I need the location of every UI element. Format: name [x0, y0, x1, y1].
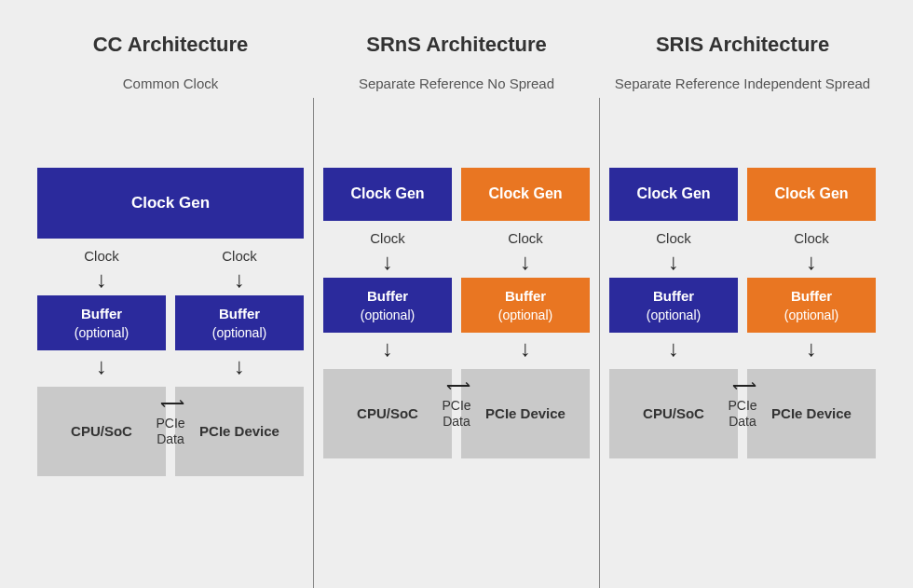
cpu-soc-box: CPU/SoC: [609, 369, 738, 458]
clock-path-row: Clock ↓ Buffer (optional) ↓ Clock ↓ Buff…: [37, 239, 304, 383]
buffer-label: Buffer: [791, 288, 832, 304]
bidirectional-arrow-icon: ↽⇀: [160, 394, 181, 415]
bidirectional-arrow-icon: ↽⇀: [732, 376, 753, 397]
path-left: Clock ↓ Buffer (optional) ↓: [37, 239, 166, 383]
arrow-down-icon: ↓: [96, 267, 107, 292]
arrow-down-icon: ↓: [806, 336, 817, 361]
col-title: CC Architecture: [93, 19, 249, 71]
arrow-down-icon: ↓: [382, 336, 393, 361]
col-subtitle: Separate Reference No Spread: [359, 75, 554, 112]
optional-label: (optional): [75, 325, 129, 340]
buffer-label: Buffer: [81, 306, 122, 321]
arrow-down-icon: ↓: [668, 250, 679, 274]
arrow-down-icon: ↓: [520, 336, 531, 361]
clock-gen-row: Clock Gen: [37, 168, 304, 239]
column-sris: SRIS Architecture Separate Reference Ind…: [600, 19, 885, 569]
clock-gen-box-right: Clock Gen: [461, 168, 590, 221]
arrow-down-icon: ↓: [234, 354, 245, 378]
col-subtitle: Common Clock: [123, 75, 219, 112]
buffer-box: Buffer (optional): [37, 295, 166, 350]
clock-label: Clock: [794, 230, 829, 246]
endpoint-row: CPU/SoC ↽⇀ PCIe Data PCIe Device: [609, 369, 876, 458]
arrow-down-icon: ↓: [668, 336, 679, 361]
clock-label: Clock: [222, 248, 257, 264]
pcie-data-part2: Data: [157, 431, 184, 447]
pcie-device-box: PCIe Device: [461, 369, 590, 458]
pcie-device-box: PCIe Device: [175, 387, 304, 476]
clock-gen-box-right: Clock Gen: [747, 168, 876, 221]
clock-gen-box-left: Clock Gen: [323, 168, 452, 221]
clock-label: Clock: [370, 230, 405, 246]
path-left: Clock ↓ Buffer (optional) ↓: [609, 221, 738, 365]
buffer-box: Buffer (optional): [323, 278, 452, 333]
diagram-container: CC Architecture Common Clock Clock Gen C…: [0, 0, 913, 588]
path-right: Clock ↓ Buffer (optional) ↓: [461, 221, 590, 365]
pcie-connection: ↽⇀ PCIe Data: [442, 376, 470, 430]
arrow-down-icon: ↓: [96, 354, 107, 378]
clock-label: Clock: [84, 248, 119, 264]
buffer-label: Buffer: [653, 288, 694, 304]
buffer-label: Buffer: [219, 306, 260, 321]
column-srns: SRnS Architecture Separate Reference No …: [314, 19, 599, 569]
clock-gen-box-left: Clock Gen: [609, 168, 738, 221]
optional-label: (optional): [498, 308, 552, 322]
optional-label: (optional): [361, 308, 415, 322]
arrow-down-icon: ↓: [520, 250, 531, 274]
endpoint-row: CPU/SoC ↽⇀ PCIe Data PCIe Device: [37, 387, 304, 476]
bidirectional-arrow-icon: ↽⇀: [446, 376, 467, 397]
col-subtitle: Separate Reference Independent Spread: [615, 75, 870, 112]
path-right: Clock ↓ Buffer (optional) ↓: [747, 221, 876, 365]
buffer-label: Buffer: [367, 288, 408, 304]
pcie-connection: ↽⇀ PCIe Data: [156, 394, 184, 447]
buffer-box: Buffer (optional): [175, 295, 304, 350]
clock-label: Clock: [508, 230, 543, 246]
buffer-label: Buffer: [505, 288, 546, 304]
pcie-device-box: PCIe Device: [747, 369, 876, 458]
clock-gen-row: Clock Gen Clock Gen: [323, 168, 590, 221]
pcie-data-part1: PCIe: [442, 398, 470, 414]
clock-path-row: Clock ↓ Buffer (optional) ↓ Clock ↓ Buff…: [323, 221, 590, 365]
pcie-data-part2: Data: [443, 414, 470, 430]
arrow-down-icon: ↓: [234, 267, 245, 292]
clock-path-row: Clock ↓ Buffer (optional) ↓ Clock ↓ Buff…: [609, 221, 876, 365]
pcie-data-part1: PCIe: [728, 398, 756, 414]
buffer-box: Buffer (optional): [609, 278, 738, 333]
pcie-data-part1: PCIe: [156, 416, 184, 431]
clock-label: Clock: [656, 230, 691, 246]
optional-label: (optional): [784, 308, 838, 322]
arrow-down-icon: ↓: [382, 250, 393, 274]
pcie-connection: ↽⇀ PCIe Data: [728, 376, 756, 430]
optional-label: (optional): [212, 325, 266, 340]
col-title: SRnS Architecture: [366, 19, 547, 71]
cpu-soc-box: CPU/SoC: [323, 369, 452, 458]
clock-gen-row: Clock Gen Clock Gen: [609, 168, 876, 221]
buffer-box: Buffer (optional): [747, 278, 876, 333]
buffer-box: Buffer (optional): [461, 278, 590, 333]
optional-label: (optional): [647, 308, 701, 322]
path-left: Clock ↓ Buffer (optional) ↓: [323, 221, 452, 365]
clock-gen-box: Clock Gen: [37, 168, 304, 239]
endpoint-row: CPU/SoC ↽⇀ PCIe Data PCIe Device: [323, 369, 590, 458]
col-title: SRIS Architecture: [656, 19, 829, 71]
pcie-data-part2: Data: [729, 414, 756, 430]
cpu-soc-box: CPU/SoC: [37, 387, 166, 476]
arrow-down-icon: ↓: [806, 250, 817, 274]
path-right: Clock ↓ Buffer (optional) ↓: [175, 239, 304, 383]
column-cc: CC Architecture Common Clock Clock Gen C…: [28, 19, 313, 569]
